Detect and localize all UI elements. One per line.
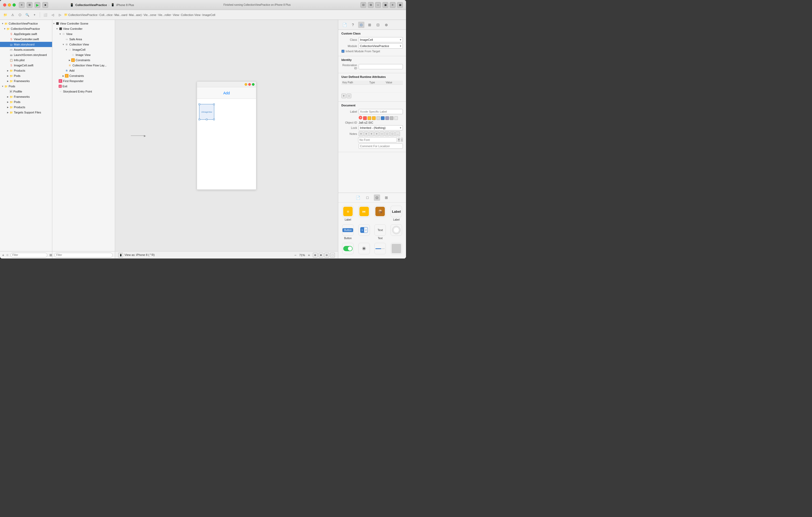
scene-item-responder[interactable]: ▶ F First Responder [52, 79, 115, 84]
breadcrumb-item-3[interactable]: Mai...ase) › [129, 13, 143, 17]
lib-item-label[interactable]: ⊙ Label [340, 205, 355, 222]
align-left-btn[interactable]: ≡ [359, 131, 364, 136]
tree-item-viewcontroller[interactable]: ▶ S ViewController.swift [0, 37, 52, 42]
lib-item-button[interactable]: Button Button [340, 223, 355, 241]
canvas-content[interactable]: ▶ Add [115, 20, 338, 251]
lock-select[interactable]: Inherited - (Nothing) ▼ [359, 125, 403, 130]
breadcrumb-item-4[interactable]: Vie...cene › [144, 13, 158, 17]
color-swatch-yellow2[interactable] [372, 116, 376, 120]
image-cell[interactable]: UIImageView [199, 104, 214, 120]
color-swatch-blue[interactable] [381, 116, 384, 120]
scene-item-view[interactable]: ▼ □ View [52, 31, 115, 37]
tree-item-frameworks2[interactable]: ▶ 📁 Frameworks [0, 94, 52, 99]
debug-toggle[interactable]: ≡ [390, 2, 396, 8]
scene-item-vc[interactable]: ▼ ⬛ View Controller [52, 26, 115, 31]
scene-item-exit[interactable]: ▶ E Exit [52, 84, 115, 89]
back-btn[interactable]: ◁ [50, 12, 56, 18]
tree-item-appdelegate[interactable]: ▶ S AppDelegate.swift [0, 31, 52, 37]
breadcrumb-item-6[interactable]: View › [173, 13, 180, 17]
scene-item-constraints2[interactable]: ▶ C Constraints [52, 73, 115, 79]
lib-tab-view[interactable]: □ [365, 194, 371, 201]
tree-item-root[interactable]: ▼ 📁 CollectionViewPractice [0, 21, 52, 26]
color-swatch-gray1[interactable] [376, 116, 380, 120]
color-swatch-yellow1[interactable] [368, 116, 371, 120]
scene-filter-input[interactable] [54, 253, 113, 257]
tree-item-frameworks1[interactable]: ▶ 📁 Frameworks [0, 79, 52, 84]
filter-input[interactable] [10, 253, 47, 257]
lib-item-toggle[interactable] [340, 242, 355, 256]
lib-item-avplayer[interactable]: ⏭ [356, 205, 372, 222]
zoom-in-button[interactable]: + [307, 253, 311, 257]
zoom-out-button[interactable]: − [293, 253, 298, 257]
lib-tab-objects[interactable]: ⊙ [374, 194, 380, 201]
search-btn[interactable]: 🔍 [24, 12, 30, 18]
scene-item-cv[interactable]: ▼ ⊞ Collection View [52, 42, 115, 47]
add-nav-button[interactable]: Add [224, 91, 230, 95]
sidebar-toggle-button[interactable]: ≡ [19, 2, 25, 8]
align-box2-btn[interactable]: □ [390, 131, 395, 136]
lib-item-spinner[interactable]: ✳ [356, 242, 372, 256]
tree-item-pods2[interactable]: ▶ 📁 Pods [0, 99, 52, 104]
tree-item-mainstoryboard[interactable]: ▶ 🗂 Main.storyboard [0, 42, 52, 47]
version-button[interactable]: ↔ [375, 2, 381, 8]
scene-item-vcs[interactable]: ▼ ⬛ View Controller Scene [52, 21, 115, 26]
comment-input[interactable] [359, 144, 403, 149]
tree-item-targets[interactable]: ▶ 📁 Targets Support Files [0, 110, 52, 115]
scene-item-safearea[interactable]: ▶ ▭ Safe Area [52, 37, 115, 42]
breadcrumb-item-1[interactable]: Coll...ctice › [99, 13, 114, 17]
stop-button[interactable]: ■ [42, 2, 48, 8]
tree-item-assets[interactable]: ▶ 🗃 Assets.xcassets [0, 47, 52, 52]
handle-tl[interactable] [199, 103, 200, 105]
align-right-btn[interactable]: ≡ [369, 131, 374, 136]
lib-tab-file[interactable]: 📄 [355, 194, 361, 201]
layout-icon4[interactable]: ⬚ [330, 253, 335, 257]
tree-item-infoplist[interactable]: ▶ 📋 Info.plist [0, 58, 52, 63]
align-center-btn[interactable]: ≡ [364, 131, 369, 136]
color-swatch-white[interactable] [394, 116, 398, 120]
handle-bm[interactable] [206, 119, 207, 120]
forward-btn[interactable]: ▷ [57, 12, 63, 18]
inspector-tab-attrs[interactable]: ⊞ [367, 22, 373, 28]
inspector-tab-help[interactable]: ? [350, 22, 356, 28]
hierarchy-button[interactable]: ⊞ [27, 2, 32, 8]
scene-item-constraints1[interactable]: ▶ C Constraints [52, 58, 115, 63]
scene-item-add[interactable]: ▶ B Add [52, 68, 115, 73]
font-stepper-button[interactable]: ↕ [401, 138, 403, 142]
tree-item-launchscreen[interactable]: ▶ 🗂 LaunchScreen.storyboard [0, 52, 52, 58]
lib-item-segmented[interactable]: 1 2 [356, 223, 372, 241]
align-box-btn[interactable]: □ [385, 131, 389, 136]
handle-bl[interactable] [199, 119, 200, 120]
navigator-toggle[interactable]: ▣ [382, 2, 388, 8]
env-btn[interactable]: ⬜ [42, 12, 49, 18]
align-more-btn[interactable]: … [395, 131, 400, 136]
scene-item-entrypoint[interactable]: ▶ → Storyboard Entry Point [52, 89, 115, 94]
scene-item-flowlayout[interactable]: ▶ ⊞ Collection View Flow Lay... [52, 63, 115, 68]
add-btn[interactable]: + [31, 12, 38, 18]
align-dash-btn[interactable]: — [380, 131, 384, 136]
tree-item-imagecell[interactable]: ▶ S ImageCell.swift [0, 63, 52, 68]
minimize-button[interactable] [8, 3, 11, 6]
lib-item-label2[interactable]: Label Label [389, 205, 404, 222]
tree-item-podfile[interactable]: ▶ P Podfile [0, 89, 52, 94]
font-picker-button[interactable]: T [398, 138, 400, 142]
lib-item-slider[interactable] [389, 223, 404, 241]
inspector-tab-identity[interactable]: ⊙ [358, 22, 365, 28]
layout-icon3[interactable]: ⊟ [324, 253, 329, 257]
nav-settings-button[interactable]: ⊞ [50, 253, 52, 257]
breakpoint-btn[interactable]: ⬡ [17, 12, 23, 18]
lib-item-pagecontrol[interactable] [389, 242, 404, 256]
remove-attr-button[interactable]: − [347, 94, 351, 98]
warnings-btn[interactable]: ⚠ [9, 12, 16, 18]
inspector-tab-size[interactable]: ⊡ [375, 22, 381, 28]
scene-item-imagecell[interactable]: ▼ □ ImageCell [52, 47, 115, 52]
add-file-button[interactable]: + [2, 253, 4, 257]
tree-item-products1[interactable]: ▶ 📁 Products [0, 68, 52, 73]
align-justify-btn[interactable]: ≡ [374, 131, 379, 136]
class-select[interactable]: ImageCell ▼ [359, 37, 403, 42]
scene-item-imageview[interactable]: ▶ □ Image View [52, 52, 115, 58]
doc-label-input[interactable] [359, 109, 403, 114]
breadcrumb-item-8[interactable]: ImageCell [202, 13, 215, 17]
module-select[interactable]: CollectionViewPractice ▼ [359, 43, 403, 49]
run-button[interactable]: ▶ [34, 2, 40, 8]
lib-item-3dobj[interactable]: 📦 [373, 205, 388, 222]
